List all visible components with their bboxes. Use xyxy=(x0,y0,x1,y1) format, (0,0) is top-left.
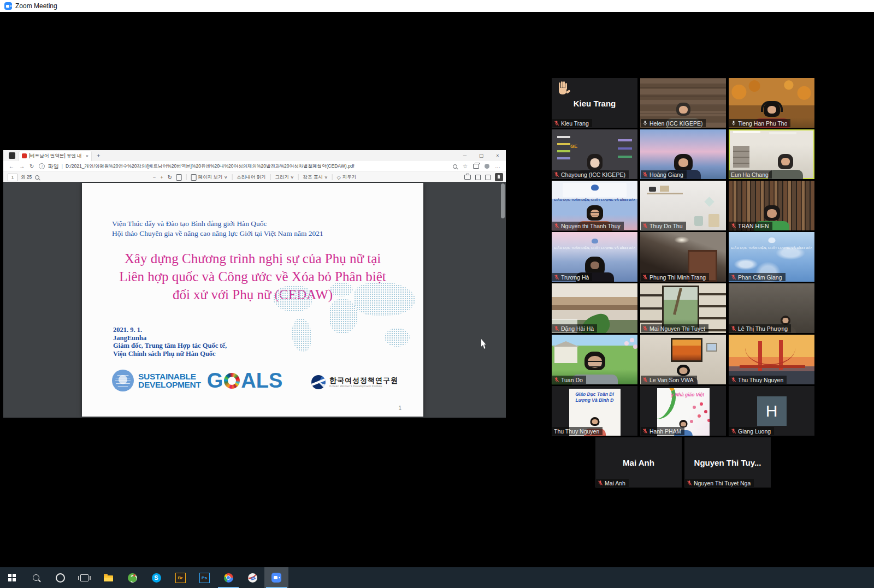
mic-muted-icon xyxy=(687,480,692,486)
toolbar-divider xyxy=(232,174,232,180)
save-as-icon[interactable] xyxy=(485,175,491,180)
scene-shape xyxy=(671,338,702,362)
participant-label: Hanh PHAM xyxy=(641,427,684,435)
pdf-viewport[interactable]: Viện Thúc đẩy và Đào tạo Bình đẳng giới … xyxy=(3,182,506,418)
participant-name: Đặng Hải Hà xyxy=(561,325,594,332)
close-button[interactable]: × xyxy=(489,150,506,161)
map-continent xyxy=(354,282,415,316)
toolbar-pin-button[interactable] xyxy=(495,173,503,181)
video-tile[interactable]: H Giang Luong xyxy=(729,386,814,436)
video-tile[interactable]: GIÁO DỤC TOÀN DIỆN, CHẤT LƯỢNG VÀ BÌNH Đ… xyxy=(729,232,814,282)
video-tile[interactable]: Thu Thuy Nguyen xyxy=(729,335,814,384)
participant-label: Chayoung (ICC KIGEPE) xyxy=(552,170,629,179)
minimize-button[interactable]: ─ xyxy=(457,150,473,161)
forward-icon[interactable]: → xyxy=(19,163,25,169)
scene-shape xyxy=(678,158,688,167)
map-continent xyxy=(292,318,311,352)
video-tile[interactable]: GE Chayoung (ICC KIGEPE) xyxy=(552,129,637,179)
map-continent xyxy=(330,282,353,296)
zoom-in-button[interactable]: + xyxy=(160,174,163,180)
profile-icon[interactable] xyxy=(485,164,489,169)
tab-close-icon[interactable]: × xyxy=(86,153,88,159)
video-tile[interactable]: Hoàng Giang xyxy=(640,129,726,179)
browser-window: [베트남어 번역본] 유엔 내 여성... × + ─ ▢ × ← → ↻ i … xyxy=(3,150,506,418)
highlight-button[interactable]: 강조 표시˅ xyxy=(303,174,328,181)
video-tile[interactable]: GIÁO DỤC TOÀN DIỆN, CHẤT LƯỢNG VÀ BÌNH Đ… xyxy=(552,181,637,230)
draw-button[interactable]: 그리기˅ xyxy=(275,174,294,181)
toolbar-divider xyxy=(332,174,333,180)
rotate-button[interactable]: ↻ xyxy=(168,174,172,180)
video-tile[interactable]: GIÁO DỤC TOÀN DIỆN, CHẤT LƯỢNG VÀ BÌNH Đ… xyxy=(552,232,637,282)
video-tile[interactable]: Le Van Son VWA xyxy=(640,335,726,384)
scene-shape xyxy=(700,402,703,406)
url-field[interactable]: i 파일 | D:/2021_개인/양평원%20연수%20강의/[베트남어%20… xyxy=(39,163,448,170)
mic-muted-icon xyxy=(642,274,648,280)
taskbar-cortana[interactable] xyxy=(48,567,72,588)
video-tile[interactable]: Helen (ICC KIGEPE) xyxy=(640,78,726,128)
refresh-icon[interactable]: ↻ xyxy=(29,163,34,169)
zoom-search-icon[interactable] xyxy=(453,164,457,169)
taskbar-file-explorer[interactable] xyxy=(96,567,120,588)
taskbar-photoshop[interactable]: Ps xyxy=(192,567,216,588)
zoom-out-button[interactable]: − xyxy=(153,174,156,180)
video-tile[interactable]: y Nhà giáo Việt Hanh PHAM xyxy=(640,386,726,436)
kwdi-korean: 한국여성정책연구원 xyxy=(329,377,398,384)
maximize-button[interactable]: ▢ xyxy=(473,150,489,161)
taskbar-green-app[interactable] xyxy=(120,567,144,588)
video-tile[interactable]: Giáo Dục Toàn Di Lượng Và Bình Đ Thu Thu… xyxy=(552,386,637,436)
video-tile[interactable]: Đặng Hải Hà xyxy=(552,283,637,333)
slide-role-line2: Viện Chính sách Phụ nữ Hàn Quốc xyxy=(113,350,227,358)
scene-shape xyxy=(630,338,634,342)
scene-shape xyxy=(679,106,688,114)
video-tile[interactable]: Mai Nguyen Thi Tuyet xyxy=(640,283,726,333)
new-tab-button[interactable]: + xyxy=(97,152,100,159)
collections-icon[interactable] xyxy=(473,164,479,169)
mic-muted-icon xyxy=(554,274,559,280)
scene-shape xyxy=(590,158,599,168)
video-tile[interactable]: Tuan Do xyxy=(552,335,637,384)
cortana-icon xyxy=(56,573,65,583)
print-icon[interactable] xyxy=(464,175,471,180)
read-aloud-button[interactable]: 소리내어 읽기 xyxy=(237,174,265,181)
back-icon[interactable]: ← xyxy=(9,163,14,169)
start-button[interactable] xyxy=(0,567,24,588)
windows-taskbar: S Br Ps xyxy=(0,567,874,588)
video-tile[interactable]: Phung Thi Minh Trang xyxy=(640,232,726,282)
video-gallery-bottom-row: Mai Anh Mai AnhNguyen Thi Tuy... Nguyen … xyxy=(552,437,814,488)
taskbar-chrome[interactable] xyxy=(216,567,240,588)
pdf-scrollbar-thumb[interactable] xyxy=(501,183,505,218)
video-tile[interactable]: Thuy Do Thu xyxy=(640,181,726,230)
scene-text: y Nhà giáo Việt xyxy=(671,392,708,397)
page-number-input[interactable]: 1 xyxy=(8,174,17,181)
more-menu-icon[interactable]: … xyxy=(495,163,500,169)
toolbar-divider xyxy=(270,174,271,180)
video-tile[interactable]: TRAN HIEN xyxy=(729,181,814,230)
fit-page-button[interactable] xyxy=(176,174,182,181)
taskbar-zoom[interactable] xyxy=(264,567,288,588)
mic-muted-icon xyxy=(554,171,559,177)
zoom-camera-icon xyxy=(271,573,281,583)
favorites-star-icon[interactable]: ☆ xyxy=(463,163,468,169)
taskbar-adobe-bridge[interactable]: Br xyxy=(168,567,192,588)
taskbar-screen-capture[interactable] xyxy=(240,567,264,588)
video-tile[interactable]: Nguyen Thi Tuy... Nguyen Thi Tuyet Nga xyxy=(684,437,771,488)
taskbar-skype[interactable]: S xyxy=(144,567,168,588)
participant-label: Hoàng Giang xyxy=(641,170,687,179)
kwdi-logo: 한국여성정책연구원 Korean Women's Development Ins… xyxy=(311,375,398,389)
video-tile[interactable]: Eun Ha Chang xyxy=(729,129,814,179)
scene-shape xyxy=(768,237,775,243)
video-tile[interactable]: Lê Thị Thu Phượng xyxy=(729,283,814,333)
taskbar-task-view[interactable] xyxy=(72,567,96,588)
participant-name: Thuy Do Thu xyxy=(649,223,683,229)
video-tile[interactable]: Tieng Han Phu Tho xyxy=(729,78,814,128)
erase-button[interactable]: ◇지우기 xyxy=(337,174,357,181)
scene-shape xyxy=(681,422,686,426)
browser-tab[interactable]: [베트남어 번역본] 유엔 내 여성... × xyxy=(19,150,92,161)
page-view-button[interactable]: 페이지 보기˅ xyxy=(191,174,227,181)
info-icon[interactable]: i xyxy=(39,163,45,169)
video-tile[interactable]: Mai Anh Mai Anh xyxy=(595,437,682,488)
pdf-search-icon[interactable] xyxy=(35,175,39,180)
video-tile[interactable]: Kieu Trang Kieu Trang xyxy=(552,78,637,128)
save-icon[interactable] xyxy=(475,175,481,180)
taskbar-search[interactable] xyxy=(24,567,48,588)
